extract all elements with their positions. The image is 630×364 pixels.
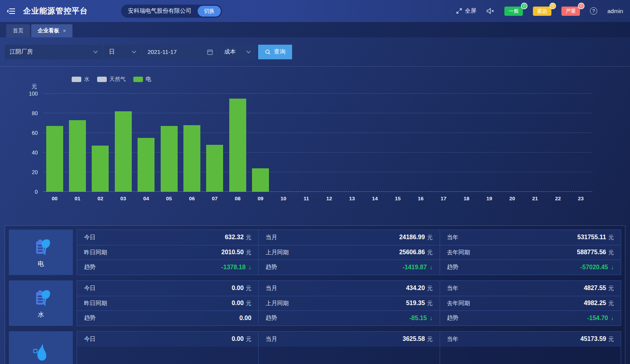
x-tick-19: 19 — [478, 196, 501, 201]
bar-series — [43, 94, 592, 192]
cell-value: -1378.18 — [221, 264, 245, 271]
cell-label: 去年同期 — [447, 300, 470, 307]
bar-电-00[interactable] — [46, 126, 63, 192]
card-cell-当年: 当年4827.55元 — [440, 281, 621, 296]
bar-电-02[interactable] — [92, 146, 109, 192]
x-tick-08: 08 — [226, 196, 249, 201]
cell-label: 上月同期 — [265, 249, 289, 256]
flame-icon — [31, 342, 51, 364]
card-column: 当年531755.11元去年同期588775.56元趋势-57020.45↓ — [440, 230, 621, 275]
cell-label: 上月同期 — [265, 300, 289, 307]
tab-close-icon[interactable]: × — [63, 28, 66, 34]
bar-电-07[interactable] — [206, 145, 223, 192]
bar-slot-13 — [341, 94, 363, 192]
tab-首页[interactable]: 首页 — [6, 24, 30, 37]
cell-value-group: -85.15↓ — [409, 315, 432, 322]
site-select[interactable]: 江阴厂房 — [5, 45, 103, 59]
bar-slot-19 — [478, 94, 501, 192]
cell-value-group: 2010.50元 — [221, 249, 251, 256]
switch-company-button[interactable]: 切换 — [198, 6, 221, 17]
y-tick-label: 40 — [32, 149, 38, 156]
cell-label: 今日 — [84, 234, 96, 241]
tab-label: 企业看板 — [38, 27, 59, 34]
alarm-badge-一般[interactable]: 一般0 — [504, 7, 523, 16]
y-tick-label: 0 — [35, 189, 38, 195]
x-tick-06: 06 — [180, 196, 203, 201]
alarm-badge-label: 紧急 — [537, 8, 547, 15]
chevron-down-icon — [132, 50, 136, 54]
chevron-down-icon — [246, 50, 251, 54]
bar-电-08[interactable] — [229, 99, 246, 192]
mute-icon[interactable] — [486, 8, 494, 14]
query-button-label: 查询 — [274, 48, 286, 55]
y-tick-label: 60 — [32, 130, 38, 136]
period-select[interactable]: 日 — [104, 45, 141, 59]
bar-slot-20 — [501, 94, 524, 192]
bar-slot-14 — [363, 94, 386, 192]
card-cell-趋势: 趋势-154.70↓ — [440, 310, 621, 325]
bar-电-06[interactable] — [183, 125, 200, 192]
bar-slot-10 — [272, 94, 295, 192]
cell-value-group: 588775.56元 — [577, 249, 614, 256]
energy-type-tile[interactable] — [9, 331, 73, 364]
energy-card-水: 水今日0.00元昨日同期0.00元趋势0.00当月434.20元上月同期519.… — [9, 280, 621, 326]
legend-item-天然气[interactable]: 天然气 — [97, 76, 126, 83]
cell-value-group: 4827.55元 — [584, 285, 614, 292]
alarm-badge-严重[interactable]: 严重0 — [561, 7, 580, 16]
bar-slot-12 — [318, 94, 341, 192]
bar-slot-09 — [249, 94, 272, 192]
cell-value: 4827.55 — [584, 285, 606, 292]
bar-slot-04 — [135, 94, 158, 192]
bar-slot-06 — [180, 94, 203, 192]
cell-label: 去年同期 — [447, 249, 470, 256]
filter-bar: 江阴厂房 日 2021-11-17 成本 查询 — [0, 37, 630, 67]
calendar-icon — [207, 49, 213, 55]
query-button[interactable]: 查询 — [258, 45, 292, 59]
cell-label: 趋势 — [265, 263, 277, 271]
legend-item-电[interactable]: 电 — [133, 76, 151, 83]
cell-value: -85.15 — [409, 315, 427, 322]
bar-电-09[interactable] — [252, 168, 269, 192]
x-tick-22: 22 — [546, 196, 569, 201]
alarm-badge-紧急[interactable]: 紧急0 — [533, 7, 551, 16]
legend-item-水[interactable]: 水 — [72, 76, 89, 83]
metric-select[interactable]: 成本 — [219, 45, 256, 59]
tab-label: 首页 — [13, 27, 24, 34]
bar-电-03[interactable] — [115, 111, 132, 192]
cell-value: 632.32 — [225, 234, 244, 241]
cell-value: 0.00 — [232, 335, 244, 342]
cell-value: -57020.45 — [580, 264, 608, 271]
bar-电-01[interactable] — [69, 120, 86, 192]
x-tick-13: 13 — [341, 196, 363, 201]
bar-slot-11 — [295, 94, 318, 192]
card-cell-当月: 当月434.20元 — [259, 281, 439, 296]
card-column: 当月434.20元上月同期519.35元趋势-85.15↓ — [258, 281, 439, 325]
x-tick-21: 21 — [524, 196, 546, 201]
bar-电-05[interactable] — [161, 126, 178, 192]
metric-select-value: 成本 — [224, 48, 236, 55]
app-title: 企业能源管控平台 — [23, 6, 88, 16]
username[interactable]: admin — [607, 8, 623, 14]
x-tick-04: 04 — [135, 196, 158, 201]
help-icon[interactable]: ? — [590, 7, 597, 15]
tab-企业看板[interactable]: 企业看板× — [31, 24, 72, 37]
energy-type-tile[interactable]: 电 — [9, 230, 73, 275]
page: 企业能源管控平台 安科瑞电气股份有限公司 切换 全屏 — [0, 0, 630, 364]
cell-value-group: 0.00元 — [232, 335, 251, 343]
date-picker[interactable]: 2021-11-17 — [143, 45, 218, 59]
energy-type-tile[interactable]: 水 — [9, 280, 73, 326]
legend-swatch — [133, 77, 143, 82]
cell-value: 4982.25 — [584, 300, 606, 307]
fullscreen-button[interactable]: 全屏 — [456, 7, 476, 15]
card-cell-昨日同期: 昨日同期2010.50元 — [77, 245, 258, 260]
cell-value: 24186.99 — [399, 234, 425, 241]
menu-collapse-icon[interactable] — [7, 8, 15, 15]
bar-电-04[interactable] — [138, 138, 155, 192]
energy-card-2: 今日0.00元当月3625.58元当年45173.59元 — [9, 331, 621, 364]
legend-swatch — [97, 77, 107, 82]
cell-value: 3625.58 — [403, 335, 425, 342]
cell-label: 昨日同期 — [84, 249, 107, 256]
cell-unit: 元 — [608, 300, 614, 307]
card-cell-当月: 当月24186.99元 — [259, 230, 439, 245]
alarm-badges: 一般0紧急0严重0 — [504, 7, 580, 16]
